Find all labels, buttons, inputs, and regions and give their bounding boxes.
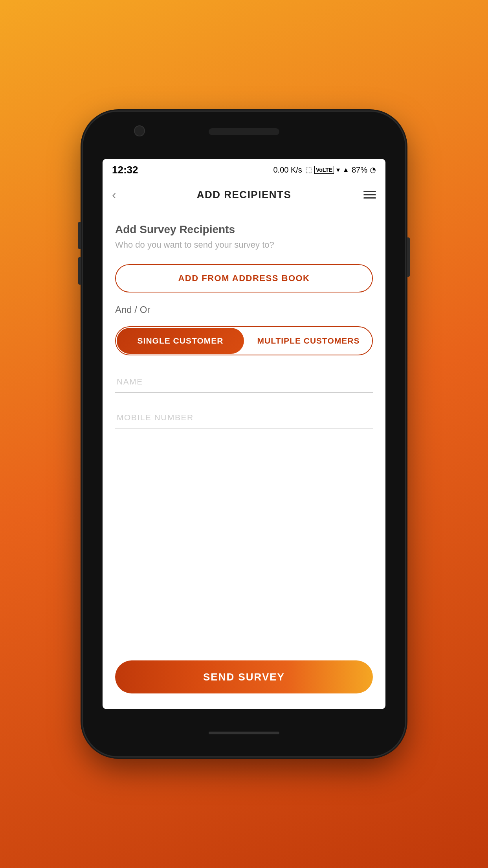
speaker-grille — [209, 128, 279, 135]
camera-icon — [134, 125, 145, 136]
add-from-address-book-button[interactable]: ADD FROM ADDRESS BOOK — [115, 264, 373, 292]
power-button[interactable] — [407, 237, 410, 277]
name-field-container — [115, 371, 373, 393]
customer-type-toggle[interactable]: SINGLE CUSTOMER MULTIPLE CUSTOMERS — [115, 326, 373, 355]
name-input[interactable] — [115, 371, 373, 393]
hamburger-icon — [363, 194, 376, 195]
volume-down-button[interactable] — [78, 257, 81, 285]
page-title: ADD RECIPIENTS — [197, 189, 292, 201]
phone-bottom — [209, 709, 279, 756]
status-right-icons: 0.00 K/s ⬚ VoLTE ▾ ▲ 87% ◔ — [273, 166, 376, 175]
mobile-field-container — [115, 407, 373, 428]
page-content: Add Survey Recipients Who do you want to… — [103, 209, 385, 709]
top-navigation: ‹ ADD RECIPIENTS — [103, 181, 385, 209]
section-title: Add Survey Recipients — [115, 223, 373, 236]
multiple-customers-toggle[interactable]: MULTIPLE CUSTOMERS — [245, 327, 372, 355]
phone-top-bar — [83, 112, 405, 159]
volume-up-button[interactable] — [78, 222, 81, 249]
network-speed: 0.00 K/s — [273, 166, 302, 175]
spacer — [115, 443, 373, 660]
volte-icon: VoLTE — [314, 166, 334, 174]
status-time: 12:32 — [112, 164, 138, 176]
status-bar: 12:32 0.00 K/s ⬚ VoLTE ▾ ▲ 87% ◔ — [103, 159, 385, 181]
hamburger-icon — [363, 197, 376, 199]
send-survey-button[interactable]: SEND SURVEY — [115, 660, 373, 693]
home-indicator[interactable] — [209, 732, 279, 734]
nfc-icon: ⬚ — [305, 166, 312, 174]
phone-shell: 12:32 0.00 K/s ⬚ VoLTE ▾ ▲ 87% ◔ ‹ ADD R… — [83, 112, 405, 756]
hamburger-icon — [363, 191, 376, 192]
and-or-label: And / Or — [115, 304, 373, 315]
menu-button[interactable] — [363, 191, 376, 199]
single-customer-toggle[interactable]: SINGLE CUSTOMER — [117, 328, 244, 354]
back-button[interactable]: ‹ — [112, 188, 116, 202]
section-subtitle: Who do you want to send your survey to? — [115, 240, 373, 250]
wifi-icon: ▾ — [336, 166, 340, 174]
battery-icon: ◔ — [370, 166, 376, 174]
screen: 12:32 0.00 K/s ⬚ VoLTE ▾ ▲ 87% ◔ ‹ ADD R… — [103, 159, 385, 709]
battery-level: 87% — [352, 166, 367, 175]
status-icons-group: ⬚ VoLTE ▾ ▲ 87% ◔ — [305, 166, 376, 175]
mobile-number-input[interactable] — [115, 407, 373, 428]
signal-icon: ▲ — [342, 166, 349, 174]
